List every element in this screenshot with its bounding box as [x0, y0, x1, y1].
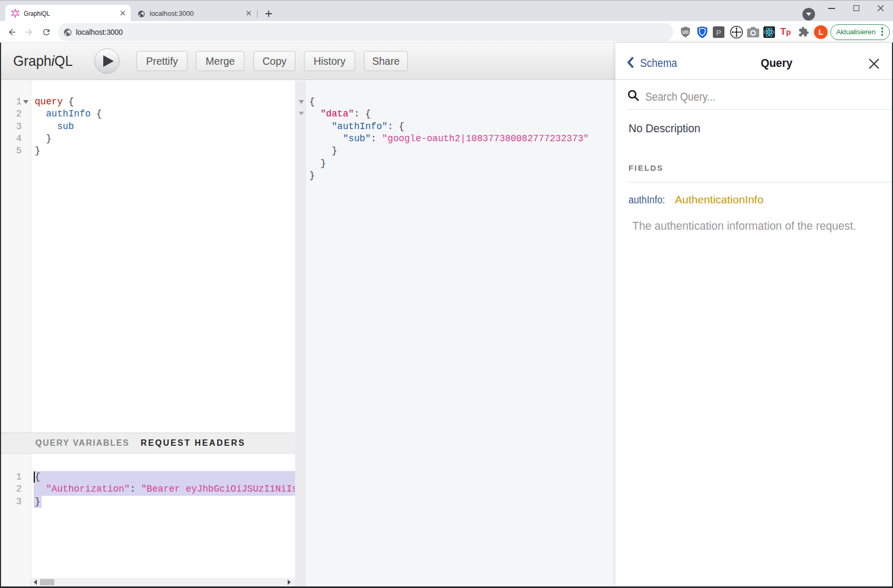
svg-text:UD: UD	[682, 30, 689, 35]
svg-text:P: P	[716, 28, 721, 37]
